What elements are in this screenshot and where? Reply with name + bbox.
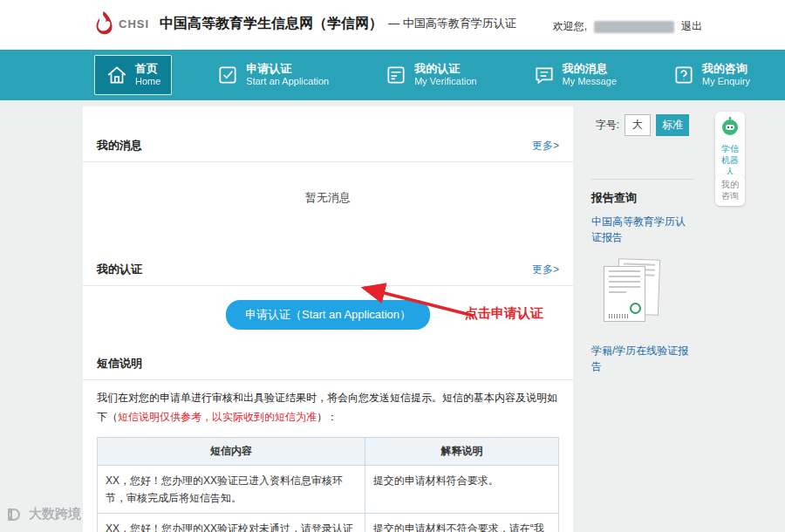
report-query-title: 报告查询 [591,190,694,206]
nav-item-enquiry[interactable]: 我的咨询 My Enquiry [661,55,761,95]
chatbot-label: 学信机器人 [719,143,741,177]
top-header: CHSI 中国高等教育学生信息网（学信网） — 中国高等教育学历认证 欢迎您, … [0,0,785,50]
sms-title: 短信说明 [97,356,142,372]
verification-title: 我的认证 [97,262,142,277]
logout-link[interactable]: 退出 [681,19,702,34]
site-title: 中国高等教育学生信息网（学信网） [160,15,383,33]
seal-icon [630,303,641,314]
cell-explain: 提交的申请材料符合要求。 [365,465,558,514]
nav-label: 我的咨询 [702,62,750,76]
cell-content: XX，您好！您办理的XX验证已进入资料信息审核环节，审核完成后将短信告知。 [98,465,365,514]
page: CHSI 中国高等教育学生信息网（学信网） — 中国高等教育学历认证 欢迎您, … [0,0,785,532]
robot-icon [720,116,741,137]
table-row: XX，您好！您办理的XX验证校对未通过，请登录认证网上申请平台，查看“我的消息”… [98,514,559,532]
home-icon [106,64,128,86]
watermark: 大数跨境 [7,506,81,522]
report-thumbnail[interactable] [598,259,672,334]
font-size-standard-button[interactable]: 标准 [656,114,689,136]
nav-item-apply[interactable]: 申请认证 Start an Application [205,55,340,95]
messages-title: 我的消息 [97,138,142,153]
sms-intro: 我们在对您的申请单进行审核和出具验证结果时，将会向您发送短信提示。短信的基本内容… [83,380,573,432]
chsi-flame-icon [94,10,113,37]
start-application-button[interactable]: 申请认证（Start an Application） [226,300,430,330]
brand: CHSI 中国高等教育学生信息网（学信网） — 中国高等教育学历认证 [94,10,516,37]
messages-empty-state: 暂无消息 [83,162,573,237]
chatbot-widget[interactable]: 学信机器人 [715,112,745,181]
degree-report-link[interactable]: 中国高等教育学历认证报告 [591,214,694,245]
enquiry-icon [672,64,695,86]
redacted-username [594,21,674,33]
font-size-big-button[interactable]: 大 [625,114,651,136]
cell-explain: 提交的申请材料不符合要求，请在“我的消息”中查看详情，并进入“我的认证”中修改。 [365,514,558,532]
my-enquiry-label: 我的咨询 [719,179,741,201]
nav-label: 首页 [135,62,160,76]
main-nav: 首页 Home 申请认证 Start an Application 我的认证 M… [0,50,785,100]
font-size-label: 字号: [596,118,619,133]
my-enquiry-widget[interactable]: 我的咨询 [715,174,745,206]
nav-sublabel: Home [135,76,160,88]
table-header-row: 短信内容 解释说明 [98,438,559,465]
nav-sublabel: Start an Application [246,76,329,88]
watermark-logo [7,508,24,522]
messages-section-header: 我的消息 更多> [83,129,573,162]
main-panel: 我的消息 更多> 暂无消息 我的认证 更多> 申请认证（Start an App… [83,106,573,532]
barcode-icon [609,314,630,318]
nav-label: 申请认证 [246,62,329,76]
welcome-label: 欢迎您, [553,19,587,34]
table-row: XX，您好！您办理的XX验证已进入资料信息审核环节，审核完成后将短信告知。 提交… [98,465,559,514]
col-header-content: 短信内容 [98,438,365,465]
col-header-explain: 解释说明 [365,438,558,465]
verification-icon [385,64,407,86]
chsi-logo-text: CHSI [119,17,149,31]
welcome-area: 欢迎您, 退出 [553,19,702,34]
online-report-link[interactable]: 学籍/学历在线验证报告 [591,343,694,374]
report-page-front [604,266,645,322]
nav-sublabel: My Enquiry [702,76,750,88]
watermark-text: 大数跨境 [29,506,81,522]
nav-item-home[interactable]: 首页 Home [94,55,172,95]
sms-intro-note: 短信说明仅供参考，以实际收到的短信为准 [118,411,317,423]
cell-content: XX，您好！您办理的XX验证校对未通过，请登录认证网上申请平台，查看“我的消息”… [98,514,365,532]
verification-section-header: 我的认证 更多> [83,253,573,286]
sms-table: 短信内容 解释说明 XX，您好！您办理的XX验证已进入资料信息审核环节，审核完成… [97,437,559,532]
messages-more-link[interactable]: 更多> [532,139,559,153]
verification-more-link[interactable]: 更多> [532,263,559,277]
message-icon [533,64,556,86]
application-icon [216,64,239,86]
annotation-label: 点击申请认证 [465,305,543,322]
nav-sublabel: My Message [563,76,617,88]
site-subtitle: — 中国高等教育学历认证 [388,16,516,31]
font-size-selector: 字号: 大 标准 [576,114,689,136]
sms-section-header: 短信说明 [83,347,573,380]
nav-item-verification[interactable]: 我的认证 My Verification [373,55,488,95]
report-query-sidebar: 报告查询 中国高等教育学历认证报告 学籍/学历在线验证报告 [591,179,694,374]
nav-item-message[interactable]: 我的消息 My Message [522,55,628,95]
sms-intro-end: ）： [317,411,338,423]
nav-label: 我的认证 [414,62,477,76]
nav-sublabel: My Verification [414,76,477,88]
nav-label: 我的消息 [563,62,617,76]
